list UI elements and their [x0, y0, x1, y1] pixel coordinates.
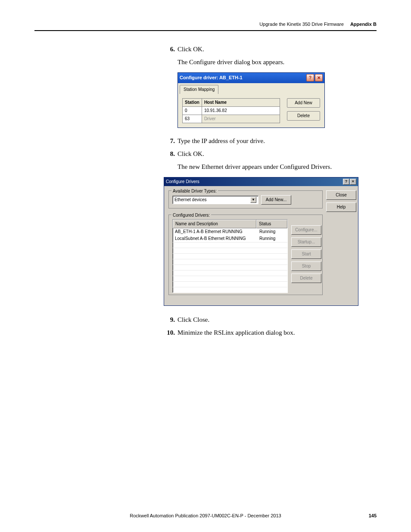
select-value: Ethernet devices	[174, 196, 207, 203]
drivers-list: Name and Description Status AB_ETH-1 A-B…	[172, 219, 288, 293]
step-8: 8. Click OK.	[164, 149, 377, 159]
col-hostname: Host Name	[202, 98, 280, 106]
empty-row	[173, 253, 287, 259]
cell-host: Driver	[202, 115, 280, 123]
col-station: Station	[183, 98, 202, 106]
header-rule	[34, 30, 377, 31]
cell-host: 10.91.36.82	[202, 106, 280, 115]
group-label: Configured Drivers:	[171, 212, 211, 219]
driver-status: Running	[257, 235, 287, 242]
step-number: 10.	[164, 327, 175, 338]
tab-station-mapping[interactable]: Station Mapping	[180, 85, 218, 94]
available-driver-types-group: Available Driver Types: Ethernet devices…	[168, 190, 323, 208]
col-name: Name and Description	[173, 220, 256, 228]
help-icon[interactable]: ?	[343, 179, 349, 185]
header-title: Upgrade the Kinetix 350 Drive Firmware	[259, 22, 344, 27]
cell-station: 63	[183, 115, 202, 123]
table-row[interactable]: 63 Driver	[183, 115, 280, 123]
configure-driver-dialog: Configure driver: AB_ETH-1 ? ✕ Station M…	[177, 72, 325, 128]
close-icon[interactable]: ✕	[315, 74, 323, 81]
empty-row	[173, 264, 287, 270]
step-10: 10. Minimize the RSLinx application dial…	[164, 327, 377, 338]
col-status: Status	[256, 220, 287, 228]
empty-row	[173, 259, 287, 264]
empty-row	[173, 276, 287, 281]
step-9: 9. Click Close.	[164, 314, 377, 325]
empty-row	[173, 242, 287, 248]
station-table: Station Host Name 0 10.91.36.82 63 Drive…	[182, 98, 280, 123]
add-new-button[interactable]: Add New	[287, 98, 320, 108]
help-icon[interactable]: ?	[306, 74, 314, 81]
list-item[interactable]: LocalSubnet A-B Ethernet RUNNING Running	[173, 235, 287, 242]
driver-name: AB_ETH-1 A-B Ethernet RUNNING	[173, 228, 257, 235]
step-number: 7.	[164, 136, 175, 146]
dialog-title: Configure Drivers	[166, 178, 199, 185]
stop-button[interactable]: Stop	[291, 261, 321, 271]
list-item[interactable]: AB_ETH-1 A-B Ethernet RUNNING Running	[173, 228, 287, 235]
header-appendix: Appendix B	[350, 22, 377, 27]
empty-row	[173, 248, 287, 253]
step-text: Click Close.	[177, 314, 377, 325]
step-6-sub: The Configure driver dialog box appears.	[177, 57, 377, 67]
close-button[interactable]: Close	[326, 190, 356, 200]
empty-row	[173, 287, 287, 292]
dialog-title: Configure driver: AB_ETH-1	[180, 74, 243, 82]
empty-row	[173, 281, 287, 287]
step-number: 8.	[164, 149, 175, 159]
configure-button[interactable]: Configure...	[291, 225, 321, 235]
configure-drivers-dialog: Configure Drivers ? × Available Driver T…	[164, 177, 358, 306]
step-number: 6.	[164, 44, 175, 54]
dialog-titlebar: Configure Drivers ? ×	[164, 177, 358, 186]
startup-button[interactable]: Startup...	[291, 237, 321, 247]
chevron-down-icon[interactable]: ▼	[250, 197, 256, 203]
step-8-sub: The new Ethernet driver appears under Co…	[177, 162, 377, 172]
configured-drivers-group: Configured Drivers: Name and Description…	[168, 215, 323, 295]
page-header: Upgrade the Kinetix 350 Drive Firmware A…	[34, 22, 377, 27]
dialog-titlebar: Configure driver: AB_ETH-1 ? ✕	[178, 73, 324, 83]
cell-station: 0	[183, 106, 202, 115]
driver-type-select[interactable]: Ethernet devices ▼	[172, 196, 258, 204]
empty-row	[173, 270, 287, 276]
step-7: 7. Type the IP address of your drive.	[164, 136, 377, 146]
step-text: Minimize the RSLinx application dialog b…	[177, 327, 377, 338]
step-text: Click OK.	[177, 149, 377, 159]
delete-button[interactable]: Delete	[287, 111, 320, 121]
step-number: 9.	[164, 314, 175, 325]
start-button[interactable]: Start	[291, 249, 321, 259]
driver-name: LocalSubnet A-B Ethernet RUNNING	[173, 235, 257, 242]
step-6: 6. Click OK.	[164, 44, 377, 54]
delete-button[interactable]: Delete	[291, 274, 321, 283]
page-footer: Rockwell Automation Publication 2097-UM0…	[34, 513, 377, 518]
table-row[interactable]: 0 10.91.36.82	[183, 106, 280, 115]
driver-status: Running	[257, 228, 287, 235]
close-icon[interactable]: ×	[350, 179, 356, 185]
step-text: Click OK.	[177, 44, 377, 54]
step-text: Type the IP address of your drive.	[177, 136, 377, 146]
help-button[interactable]: Help	[326, 202, 356, 212]
footer-publication: Rockwell Automation Publication 2097-UM0…	[34, 513, 377, 518]
add-new-button[interactable]: Add New...	[261, 195, 291, 205]
group-label: Available Driver Types:	[171, 188, 218, 195]
